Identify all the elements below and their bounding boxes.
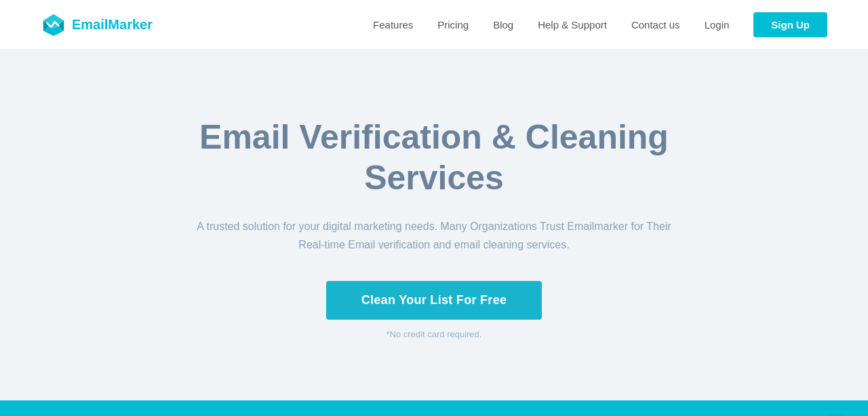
nav-pricing[interactable]: Pricing	[437, 19, 469, 31]
logo-icon	[41, 12, 66, 37]
nav-features[interactable]: Features	[373, 19, 413, 31]
nav-contact-us[interactable]: Contact us	[631, 19, 680, 31]
nav-login[interactable]: Login	[705, 19, 730, 31]
header: EmailMarker Features Pricing Blog Help &…	[0, 0, 868, 49]
hero-section: Email Verification & Cleaning Services A…	[0, 49, 868, 400]
hero-subtitle: A trusted solution for your digital mark…	[197, 217, 671, 254]
nav-help-support[interactable]: Help & Support	[538, 19, 607, 31]
main-nav: Features Pricing Blog Help & Support Con…	[373, 12, 827, 37]
nav-blog[interactable]: Blog	[493, 19, 513, 31]
signup-button[interactable]: Sign Up	[753, 12, 827, 37]
hero-title: Email Verification & Cleaning Services	[129, 117, 739, 198]
bottom-banner: Validate Email Addresses to Improve Deli…	[0, 400, 868, 416]
logo-text: EmailMarker	[72, 17, 153, 33]
no-credit-card-text: *No credit card required.	[387, 329, 482, 339]
logo[interactable]: EmailMarker	[41, 12, 153, 37]
cta-button[interactable]: Clean Your List For Free	[326, 281, 542, 320]
